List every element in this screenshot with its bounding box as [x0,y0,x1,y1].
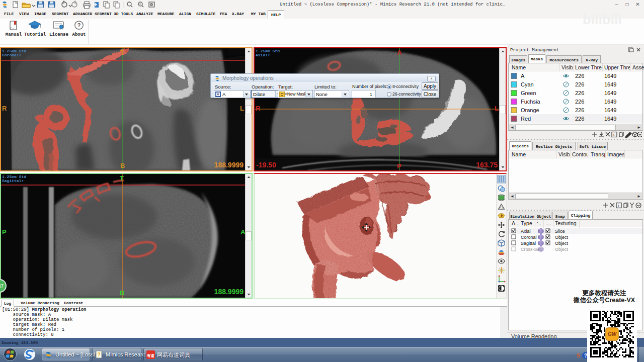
svg-text:Fuchsia: Fuchsia [521,99,540,105]
svg-text:有道: 有道 [146,353,155,358]
svg-text:226: 226 [575,99,584,105]
svg-text:226: 226 [575,81,584,87]
svg-text:1649: 1649 [604,107,616,113]
svg-text:Axial: Axial [521,229,531,234]
svg-text:?: ? [77,22,81,28]
svg-text:Object: Object [555,241,569,246]
svg-text:A: A [521,73,525,79]
svg-text:Sagittal: Sagittal [521,241,536,246]
svg-text:1649: 1649 [604,99,616,105]
svg-text:226: 226 [575,116,584,122]
svg-text:Slice: Slice [555,229,565,234]
svg-text:Orange: Orange [521,107,539,113]
svg-text:i: i [618,203,619,208]
svg-text:i: i [613,132,614,137]
svg-text:226: 226 [575,107,584,113]
svg-text:226: 226 [575,73,584,79]
svg-text:Red: Red [521,116,531,122]
svg-text:1649: 1649 [604,90,616,96]
svg-text:1649: 1649 [604,81,616,87]
svg-text:1649: 1649 [604,116,616,122]
svg-text:S: S [577,351,580,359]
svg-text:Object: Object [555,247,569,252]
svg-text:Coronal: Coronal [521,235,537,240]
svg-text:226: 226 [575,90,584,96]
svg-text:?: ? [97,351,101,357]
svg-text:Cyan: Cyan [521,81,534,87]
svg-text:Green: Green [521,90,536,96]
svg-text:1649: 1649 [604,73,616,79]
svg-text:Object: Object [555,235,569,240]
svg-text:GW: GW [608,331,617,337]
